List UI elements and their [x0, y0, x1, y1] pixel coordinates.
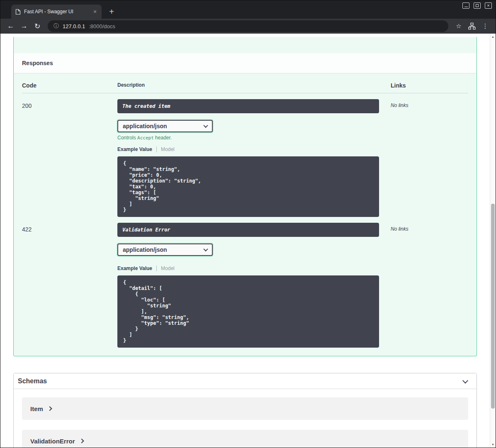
response-description: Validation Error: [117, 223, 379, 237]
url-bar[interactable]: ⓘ 127.0.0.1:8000/docs: [48, 20, 448, 32]
model-name: ValidationError: [30, 438, 75, 445]
tab-model[interactable]: Model: [156, 146, 175, 152]
response-code: 422: [22, 217, 117, 348]
example-model-tabs: Example Value Model: [117, 146, 379, 152]
response-description-text: The created item: [122, 103, 170, 109]
controls-note-suffix: header.: [154, 135, 172, 141]
chevron-right-icon: [79, 438, 84, 443]
chevron-down-icon: [203, 123, 208, 128]
new-tab-button[interactable]: +: [107, 7, 117, 16]
browser-window: Fast API - Swagger UI × + × ← → ↻ ⓘ 127.…: [0, 0, 496, 448]
tab-model[interactable]: Model: [156, 265, 175, 271]
model-item[interactable]: Item: [22, 397, 468, 420]
chevron-right-icon: [47, 406, 52, 411]
col-header-links: Links: [391, 82, 468, 89]
bookmark-star-icon[interactable]: ☆: [452, 20, 465, 32]
swagger-page: Responses Code Description Links 200 The…: [0, 34, 496, 448]
schemas-body: Item ValidationError: [14, 389, 477, 448]
browser-tab[interactable]: Fast API - Swagger UI ×: [11, 5, 102, 19]
media-type-value: application/json: [123, 246, 167, 253]
back-button[interactable]: ←: [5, 20, 17, 32]
chevron-down-icon: [203, 247, 208, 251]
tab-bar: Fast API - Swagger UI × + ×: [0, 0, 496, 19]
scroll-down-arrow-icon[interactable]: ▼: [490, 443, 496, 446]
page-scrollbar[interactable]: ▲ ▼: [490, 34, 496, 448]
col-header-description: Description: [117, 82, 391, 89]
tab-title: Fast API - Swagger UI: [24, 9, 88, 15]
window-close-button[interactable]: ×: [485, 2, 492, 9]
responses-table: Code Description Links 200 The created i…: [14, 73, 477, 352]
controls-note-code: Accept: [137, 135, 154, 141]
response-links: No links: [391, 217, 468, 348]
responses-table-header: Code Description Links: [22, 76, 468, 93]
responses-section-header: Responses: [14, 53, 477, 73]
close-icon: ×: [487, 3, 489, 8]
example-model-tabs: Example Value Model: [117, 265, 379, 271]
col-header-code: Code: [22, 82, 117, 89]
scroll-up-arrow-icon[interactable]: ▲: [490, 35, 496, 38]
tab-example-value[interactable]: Example Value: [117, 146, 152, 152]
schemas-title: Schemas: [18, 377, 47, 385]
controls-accept-note: Controls Accept header.: [117, 135, 379, 141]
model-name: Item: [30, 405, 43, 412]
reload-button[interactable]: ↻: [31, 20, 44, 32]
response-row-200: 200 The created item application/json Co…: [22, 93, 468, 217]
site-info-icon[interactable]: ⓘ: [53, 22, 59, 30]
tab-example-value[interactable]: Example Value: [117, 265, 152, 271]
page-favicon-icon: [15, 9, 21, 15]
response-description-cell: Validation Error application/json Exampl…: [117, 217, 391, 348]
url-text: 127.0.0.1: [63, 23, 85, 29]
model-validationerror[interactable]: ValidationError: [22, 430, 468, 448]
window-minimize-button[interactable]: [462, 2, 469, 9]
menu-kebab-icon[interactable]: ⋮: [479, 20, 491, 32]
response-code: 200: [22, 93, 117, 217]
response-description-text: Validation Error: [122, 227, 170, 233]
schemas-section: Schemas Item ValidationError: [13, 373, 477, 448]
response-links: No links: [391, 93, 468, 217]
scrollbar-thumb[interactable]: [491, 204, 495, 409]
responses-title: Responses: [22, 60, 53, 66]
media-type-select[interactable]: application/json: [117, 120, 213, 132]
media-type-select[interactable]: application/json: [117, 243, 213, 256]
tab-close-icon[interactable]: ×: [92, 8, 98, 15]
url-path: :8000/docs: [89, 23, 115, 29]
schemas-header[interactable]: Schemas: [14, 373, 477, 389]
media-type-value: application/json: [123, 123, 167, 129]
browser-toolbar: ← → ↻ ⓘ 127.0.0.1:8000/docs ☆ ⋮: [0, 19, 496, 34]
opblock-post-responses: Responses Code Description Links 200 The…: [13, 37, 477, 356]
controls-note-prefix: Controls: [117, 135, 137, 141]
response-description-cell: The created item application/json Contro…: [117, 93, 391, 217]
chevron-down-icon[interactable]: [462, 377, 468, 383]
response-description: The created item: [117, 99, 379, 113]
minimize-icon: [464, 7, 468, 7]
window-controls: ×: [462, 2, 492, 9]
example-json-200: { "name": "string", "price": 0, "descrip…: [117, 156, 379, 217]
extensions-icon[interactable]: [466, 20, 478, 32]
forward-button[interactable]: →: [18, 20, 30, 32]
window-maximize-button[interactable]: [474, 2, 481, 9]
example-json-422: { "detail": [ { "loc": [ "string" ], "ms…: [117, 275, 379, 348]
maximize-icon: [476, 4, 479, 7]
page-viewport: Responses Code Description Links 200 The…: [0, 34, 496, 448]
response-row-422: 422 Validation Error application/json Ex…: [22, 217, 468, 348]
